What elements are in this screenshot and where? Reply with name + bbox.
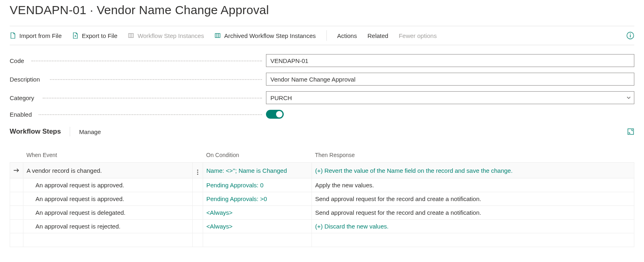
condition-cell[interactable]: Name: <>''; Name is Changed xyxy=(203,163,312,178)
step-instances-label: Workflow Step Instances xyxy=(137,32,204,39)
event-cell[interactable]: An approval request is delegated. xyxy=(23,206,193,220)
section-header: Workflow Steps Manage xyxy=(10,127,634,136)
expand-icon[interactable] xyxy=(627,128,634,135)
workflow-step-instances-button: Workflow Step Instances xyxy=(128,32,204,39)
actions-menu[interactable]: Actions xyxy=(337,32,357,39)
row-menu-cell xyxy=(193,206,203,220)
export-to-file-button[interactable]: Export to File xyxy=(72,32,117,39)
archived-step-instances-label: Archived Workflow Step Instances xyxy=(224,32,316,39)
form: Code Description Category Enabled xyxy=(10,54,634,119)
grid-icon xyxy=(214,32,221,39)
row-menu-icon[interactable] xyxy=(196,169,199,176)
svg-rect-5 xyxy=(628,129,634,134)
row-indicator xyxy=(10,192,23,206)
info-icon[interactable] xyxy=(626,31,634,40)
svg-point-3 xyxy=(630,34,631,34)
condition-cell[interactable]: <Always> xyxy=(203,206,312,220)
fewer-options-label: Fewer options xyxy=(399,32,436,39)
row-menu-cell xyxy=(193,178,203,192)
code-label: Code xyxy=(10,57,266,64)
response-cell[interactable]: (+) Revert the value of the Name field o… xyxy=(312,163,634,178)
response-cell[interactable]: Apply the new values. xyxy=(312,178,634,192)
export-icon xyxy=(72,32,79,39)
row-menu-cell xyxy=(193,192,203,206)
row-indicator xyxy=(10,163,23,178)
section-divider xyxy=(70,127,70,136)
import-label: Import from File xyxy=(19,32,62,39)
table-row[interactable]: A vendor record is changed.Name: <>''; N… xyxy=(10,163,634,178)
response-cell[interactable]: (+) Discard the new values. xyxy=(312,220,634,233)
toolbar-divider xyxy=(326,30,327,41)
category-label: Category xyxy=(10,94,266,101)
row-indicator xyxy=(10,206,23,220)
event-cell[interactable]: An approval request is approved. xyxy=(23,192,193,206)
row-indicator xyxy=(10,220,23,233)
row-menu-cell xyxy=(193,163,203,178)
description-label: Description xyxy=(10,76,266,83)
table-row[interactable]: An approval request is approved.Pending … xyxy=(10,178,634,192)
table-row[interactable]: An approval request is approved.Pending … xyxy=(10,192,634,206)
archived-workflow-step-instances-button[interactable]: Archived Workflow Step Instances xyxy=(214,32,316,39)
col-then-response[interactable]: Then Response xyxy=(312,152,634,163)
col-when-event[interactable]: When Event xyxy=(23,152,193,163)
condition-cell[interactable]: Pending Approvals: >0 xyxy=(203,192,312,206)
row-indicator xyxy=(10,178,23,192)
col-on-condition[interactable]: On Condition xyxy=(203,152,312,163)
response-cell[interactable]: Send approval request for the record and… xyxy=(312,192,634,206)
svg-rect-4 xyxy=(630,35,631,38)
related-label: Related xyxy=(368,32,388,39)
condition-cell[interactable]: <Always> xyxy=(203,220,312,233)
workflow-steps-table: When Event On Condition Then Response A … xyxy=(10,152,634,247)
workflow-steps-title: Workflow Steps xyxy=(10,128,61,136)
table-row[interactable]: An approval request is rejected.<Always>… xyxy=(10,220,634,233)
response-cell[interactable]: Send approval request for the record and… xyxy=(312,206,634,220)
actions-label: Actions xyxy=(337,32,357,39)
arrow-right-icon xyxy=(13,168,20,173)
related-menu[interactable]: Related xyxy=(368,32,388,39)
table-row-empty[interactable] xyxy=(10,233,634,247)
description-input[interactable] xyxy=(266,73,634,86)
event-cell[interactable]: An approval request is approved. xyxy=(23,178,193,192)
enabled-label: Enabled xyxy=(10,111,266,118)
import-icon xyxy=(10,32,16,39)
export-label: Export to File xyxy=(82,32,117,39)
grid-icon xyxy=(128,32,134,39)
condition-cell[interactable]: Pending Approvals: 0 xyxy=(203,178,312,192)
page-title: VENDAPN-01 · Vendor Name Change Approval xyxy=(10,3,634,17)
table-row[interactable]: An approval request is delegated.<Always… xyxy=(10,206,634,220)
event-cell[interactable]: An approval request is rejected. xyxy=(23,220,193,233)
event-cell[interactable]: A vendor record is changed. xyxy=(23,163,193,178)
fewer-options-button[interactable]: Fewer options xyxy=(399,32,436,39)
code-input[interactable] xyxy=(266,54,634,67)
svg-rect-0 xyxy=(129,34,133,38)
category-select[interactable] xyxy=(266,91,634,104)
manage-button[interactable]: Manage xyxy=(79,128,101,135)
row-menu-cell xyxy=(193,220,203,233)
toolbar: Import from File Export to File Workflow… xyxy=(10,26,634,45)
svg-rect-1 xyxy=(215,34,220,38)
enabled-toggle[interactable] xyxy=(266,110,284,119)
import-from-file-button[interactable]: Import from File xyxy=(10,32,62,39)
